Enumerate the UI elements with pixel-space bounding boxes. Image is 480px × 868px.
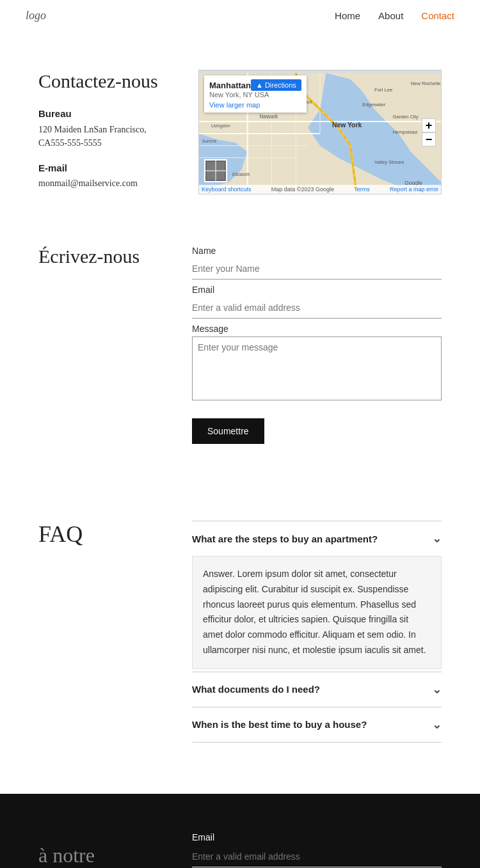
nav-links: Home About Contact [335, 10, 454, 22]
nav-contact[interactable]: Contact [421, 10, 454, 21]
email-input[interactable] [192, 297, 442, 319]
svg-text:Newark: Newark [260, 113, 279, 120]
newsletter-line1: à notre [38, 844, 95, 867]
map-place-sub: New York, NY USA [209, 91, 301, 99]
faq-item-3: When is the best time to buy a house? ⌄ [192, 707, 442, 743]
faq-question-3[interactable]: When is the best time to buy a house? ⌄ [192, 707, 442, 742]
faq-title: FAQ [38, 521, 166, 548]
faq-item-1: What are the steps to buy an apartment? … [192, 521, 442, 669]
map-container: Newark New York Hoboken Edgewater Fort L… [198, 70, 442, 194]
svg-text:New Rochelle: New Rochelle [411, 81, 441, 86]
zoom-in-button[interactable]: + [422, 118, 436, 132]
directions-button[interactable]: ▲ Directions [251, 79, 301, 91]
nav-about[interactable]: About [378, 10, 403, 21]
contact-form: Name Email Message Soumettre [192, 246, 442, 444]
newsletter-email-input[interactable] [192, 846, 442, 867]
faq-section: FAQ What are the steps to buy an apartme… [0, 482, 480, 794]
svg-text:Summit: Summit [202, 139, 217, 143]
map-thumbnail [204, 159, 227, 182]
faq-question-3-text: When is the best time to buy a house? [192, 719, 367, 730]
newsletter-form: Email Soumettre [192, 832, 442, 868]
svg-text:Livingston: Livingston [211, 123, 230, 129]
faq-question-2[interactable]: What documents do I need? ⌄ [192, 672, 442, 707]
directions-icon: ▲ [256, 81, 263, 89]
faq-chevron-3: ⌄ [432, 718, 442, 732]
navbar: logo Home About Contact [0, 0, 480, 31]
svg-text:Edgewater: Edgewater [362, 102, 386, 107]
contact-section: Contactez-nous Bureau 120 Maiden LnSan F… [0, 31, 480, 220]
message-field-group: Message [192, 324, 442, 403]
message-textarea[interactable] [192, 336, 442, 400]
svg-text:Fort Lee: Fort Lee [374, 87, 392, 93]
email-link[interactable]: monmail@mailservice.com [38, 178, 138, 188]
name-field-group: Name [192, 246, 442, 280]
faq-question-1-text: What are the steps to buy an apartment? [192, 533, 378, 544]
name-label: Name [192, 246, 442, 256]
map-overlay: Manhattan ▲ Directions New York, NY USA … [204, 75, 307, 113]
map-data: Map data ©2023 Google [271, 186, 334, 193]
message-label: Message [192, 324, 442, 334]
faq-item-2: What documents do I need? ⌄ [192, 672, 442, 707]
contact-heading: Contactez-nous [38, 70, 173, 93]
faq-chevron-2: ⌄ [432, 683, 442, 697]
faq-chevron-1: ⌄ [432, 532, 442, 546]
email-label: E-mail [38, 162, 173, 173]
faq-heading: FAQ [38, 521, 166, 548]
newsletter-title: à notre newsletter [38, 843, 166, 868]
email-field-group: Email [192, 285, 442, 319]
map-footer: Keyboard shortcuts Map data ©2023 Google… [199, 185, 441, 194]
svg-text:Valley Stream: Valley Stream [374, 159, 404, 165]
newsletter-section: à notre newsletter Email Soumettre [0, 794, 480, 868]
svg-text:New York: New York [332, 122, 362, 129]
nav-home[interactable]: Home [335, 10, 360, 21]
contact-info: Contactez-nous Bureau 120 Maiden LnSan F… [38, 70, 173, 189]
svg-text:Elizabeth: Elizabeth [232, 172, 250, 177]
faq-question-2-text: What documents do I need? [192, 684, 320, 695]
write-heading: Écrivez-nous [38, 246, 166, 267]
email-form-label: Email [192, 285, 442, 295]
faq-answer-1: Answer. Lorem ipsum dolor sit amet, cons… [192, 556, 442, 669]
map-zoom-controls: + − [422, 118, 436, 146]
newsletter-heading: à notre newsletter [38, 843, 166, 868]
directions-label: Directions [265, 81, 296, 89]
newsletter-email-label: Email [192, 832, 442, 842]
faq-list: What are the steps to buy an apartment? … [192, 521, 442, 743]
svg-text:Hempstead: Hempstead [392, 129, 417, 135]
bureau-address: 120 Maiden LnSan Francisco, CA555-555-55… [38, 123, 173, 150]
name-input[interactable] [192, 258, 442, 280]
logo[interactable]: logo [26, 9, 46, 22]
map-report[interactable]: Report a map error [390, 186, 438, 193]
map-place-name: Manhattan [209, 81, 251, 90]
faq-question-1[interactable]: What are the steps to buy an apartment? … [192, 521, 442, 556]
svg-text:Garden City: Garden City [392, 114, 418, 120]
write-title: Écrivez-nous [38, 246, 166, 267]
view-larger-link[interactable]: View larger map [209, 101, 301, 109]
zoom-out-button[interactable]: − [422, 132, 436, 146]
map-terms[interactable]: Terms [354, 186, 370, 193]
write-section: Écrivez-nous Name Email Message Soumettr… [0, 220, 480, 482]
form-submit-button[interactable]: Soumettre [192, 418, 264, 444]
map-keyboard[interactable]: Keyboard shortcuts [202, 186, 252, 193]
bureau-label: Bureau [38, 108, 173, 119]
